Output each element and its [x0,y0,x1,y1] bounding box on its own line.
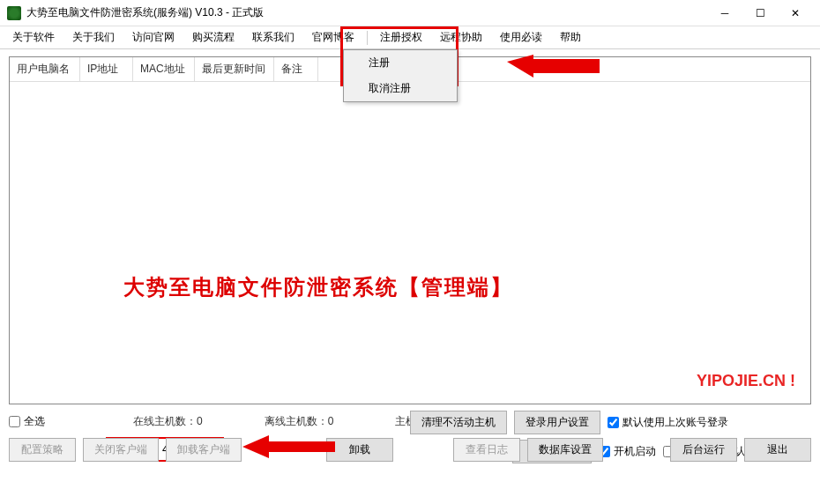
app-icon [7,6,21,20]
menu-register-auth[interactable]: 注册授权 [371,26,431,48]
menu-about-software[interactable]: 关于软件 [4,26,63,48]
menu-about-us[interactable]: 关于我们 [63,26,123,48]
login-settings-button[interactable]: 登录用户设置 [514,411,600,434]
th-ip[interactable]: IP地址 [80,57,133,81]
menu-purchase[interactable]: 购买流程 [183,26,243,48]
annotation-big-label: 大势至电脑文件防泄密系统【管理端】 [123,273,513,301]
menu-blog[interactable]: 官网博客 [303,26,363,48]
window-title: 大势至电脑文件防泄密系统(服务端) V10.3 - 正式版 [26,5,707,20]
close-client-button[interactable]: 关闭客户端 [83,438,159,462]
uninstall-button[interactable]: 卸载 [326,438,393,462]
offline-count: 离线主机数：0 [265,414,334,429]
register-dropdown: 注册 取消注册 [343,49,458,102]
minimize-button[interactable]: ─ [707,0,742,26]
clean-inactive-button[interactable]: 清理不活动主机 [410,411,507,434]
exit-button[interactable]: 退出 [744,438,811,462]
th-last-update[interactable]: 最后更新时间 [195,57,274,81]
menu-divider [367,31,368,45]
view-log-button[interactable]: 查看日志 [453,438,520,462]
config-policy-button[interactable]: 配置策略 [9,438,76,462]
online-count: 在线主机数：0 [133,414,203,429]
select-all-input[interactable] [9,416,20,427]
client-table: 用户电脑名 IP地址 MAC地址 最后更新时间 备注 [9,56,811,404]
default-login-input[interactable] [608,417,619,428]
uninstall-client-button[interactable]: 卸载客户端 [166,438,242,462]
th-remark[interactable]: 备注 [274,57,318,81]
th-mac[interactable]: MAC地址 [133,57,195,81]
menu-remote-help[interactable]: 远程协助 [431,26,491,48]
select-all-checkbox[interactable]: 全选 [9,414,45,429]
default-login-checkbox[interactable]: 默认使用上次账号登录 [608,415,728,430]
menu-must-read[interactable]: 使用必读 [491,26,551,48]
background-run-button[interactable]: 后台运行 [670,438,737,462]
menu-contact[interactable]: 联系我们 [243,26,303,48]
menu-visit-website[interactable]: 访问官网 [123,26,183,48]
th-computer-name[interactable]: 用户电脑名 [10,57,80,81]
close-button[interactable]: ✕ [778,0,813,26]
dropdown-register[interactable]: 注册 [344,50,457,76]
menu-help[interactable]: 帮助 [551,26,590,48]
db-settings-button[interactable]: 数据库设置 [527,438,603,462]
dropdown-unregister[interactable]: 取消注册 [344,76,457,101]
maximize-button[interactable]: ☐ [742,0,778,26]
